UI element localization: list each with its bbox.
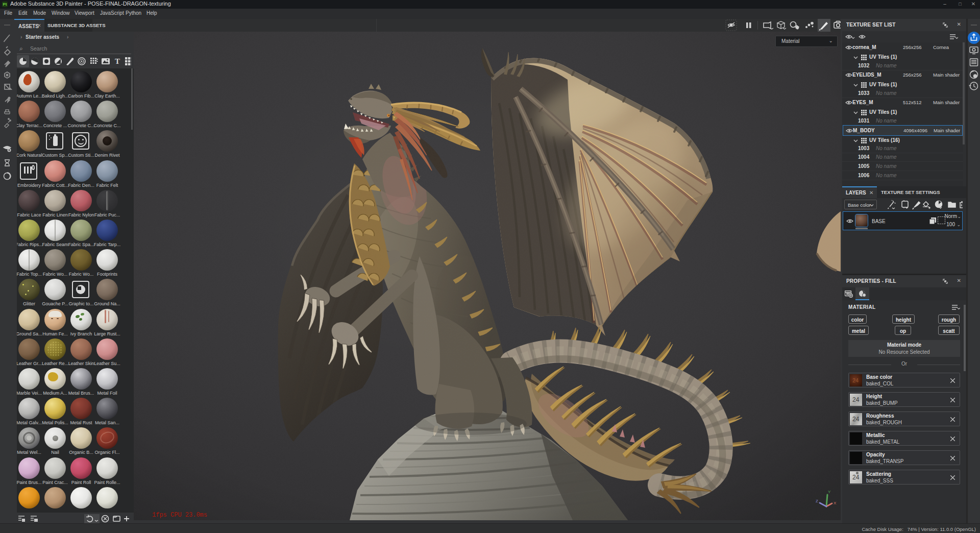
svg-text:Z: Z [816, 499, 818, 503]
svg-text:T: T [115, 57, 120, 65]
svg-text:1fps CPU 23.0ms: 1fps CPU 23.0ms [152, 512, 207, 519]
svg-text:Y: Y [828, 490, 831, 494]
svg-text:X: X [834, 501, 837, 505]
